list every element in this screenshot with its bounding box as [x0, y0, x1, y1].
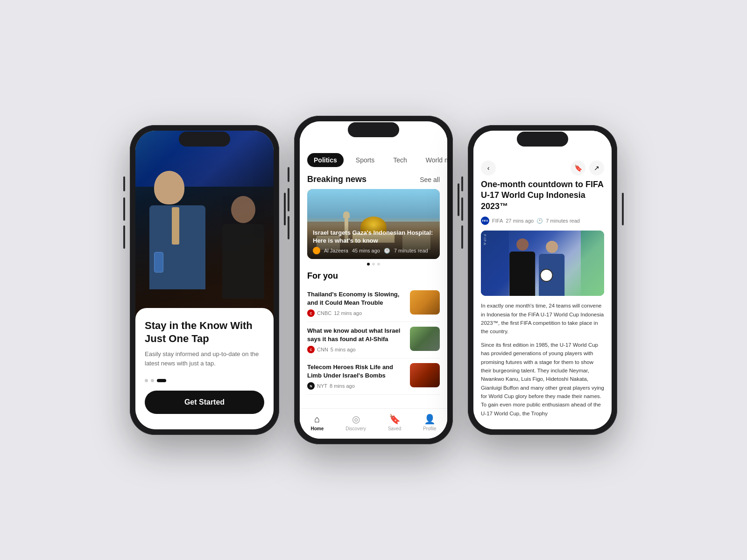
- news-item-israel-shifa[interactable]: What we know about what Israel says it h…: [307, 322, 440, 358]
- dot-2: [151, 379, 154, 382]
- tab-world-news[interactable]: World news: [419, 153, 447, 167]
- news-item-text-thailand: Thailand's Economy is Slowing, and it Co…: [307, 290, 405, 317]
- phone2-side-btn-vol-down: [288, 216, 289, 239]
- article-readtime: 7 minutes read: [546, 218, 580, 224]
- breaking-readtime: 🕐: [384, 248, 390, 254]
- nav-discovery-label: Discovery: [345, 426, 366, 431]
- topbar-icons: 🔖 ↗: [571, 161, 604, 175]
- phone3-side-btn-mute: [461, 176, 463, 191]
- nav-home-label: Home: [310, 426, 324, 431]
- phone-onboarding: Stay in the Know With Just One Tap Easil…: [130, 125, 279, 435]
- carousel-dot-1: [367, 263, 370, 266]
- article-image: FIFA: [481, 231, 604, 296]
- breaking-source: Al Jazeera: [324, 248, 348, 253]
- tab-sports[interactable]: Sports: [349, 153, 381, 167]
- article-source: FIFA: [492, 218, 503, 224]
- news-item-thailand[interactable]: Thailand's Economy is Slowing, and it Co…: [307, 286, 440, 322]
- breaking-news-title: Breaking news: [307, 175, 366, 184]
- phone-article: ‹ 🔖 ↗ One-month countdown to FIFA U-17 W…: [468, 125, 617, 435]
- onboarding-title: Stay in the Know With Just One Tap: [145, 319, 264, 345]
- discovery-icon: ◎: [352, 413, 360, 425]
- article-body-p2: Since its first edition in 1985, the U-1…: [481, 341, 604, 401]
- for-you-title: For you: [307, 271, 440, 281]
- news-item-text-telecom: Telecom Heroes Risk Life and Limb Under …: [307, 363, 405, 390]
- headline-thailand: Thailand's Economy is Slowing, and it Co…: [307, 290, 405, 307]
- nyt-logo: N: [307, 382, 315, 390]
- source-nyt: NYT: [317, 383, 327, 389]
- nav-profile[interactable]: 👤 Profile: [423, 413, 436, 431]
- cnn-logo: C: [307, 346, 315, 353]
- news-item-telecom[interactable]: Telecom Heroes Risk Life and Limb Under …: [307, 358, 440, 395]
- back-button[interactable]: ‹: [481, 161, 496, 175]
- nav-saved[interactable]: 🔖 Saved: [388, 413, 401, 431]
- breaking-meta: Al Jazeera 45 mins ago 🕐 7 minutes read: [313, 247, 434, 254]
- side-btn-mute: [123, 176, 125, 191]
- headline-telecom: Telecom Heroes Risk Life and Limb Under …: [307, 363, 405, 379]
- profile-icon: 👤: [424, 413, 436, 425]
- article-time: 27 mins ago: [506, 218, 534, 224]
- nav-saved-label: Saved: [388, 426, 401, 431]
- side-btn-vol-up: [123, 197, 125, 221]
- breaking-time: 45 mins ago: [352, 248, 380, 253]
- phone3-side-btn-power: [622, 193, 624, 225]
- carousel-dot-2: [372, 263, 375, 266]
- article-meta: FIFA FIFA 27 mins ago 🕐 7 minutes read: [481, 217, 604, 225]
- source-cnn: CNN: [317, 347, 328, 352]
- bottom-nav: ⌂ Home ◎ Discovery 🔖 Saved 👤 Profile: [300, 408, 447, 439]
- carousel-dots: [300, 259, 447, 267]
- see-all-button[interactable]: See all: [420, 176, 440, 183]
- bookmark-button[interactable]: 🔖: [571, 161, 585, 175]
- share-button[interactable]: ↗: [589, 161, 604, 175]
- notch-3: [517, 132, 568, 147]
- home-icon: ⌂: [314, 414, 320, 425]
- dot-1: [145, 379, 148, 382]
- onboarding-dots: [145, 379, 264, 382]
- phone2-side-btn-power: [458, 183, 459, 216]
- scene: Stay in the Know With Just One Tap Easil…: [111, 88, 636, 472]
- breaking-news-card[interactable]: Israel targets Gaza's Indonesian Hospita…: [307, 189, 440, 259]
- phone-newsfeed: Politics Sports Tech World news Eco: [294, 116, 453, 444]
- meta-thailand: C CNBC 12 mins ago: [307, 309, 405, 317]
- dot-3-active: [157, 379, 166, 382]
- carousel-dot-3: [377, 263, 380, 266]
- get-started-button[interactable]: Get Started: [145, 391, 264, 414]
- breaking-headline: Israel targets Gaza's Indonesian Hospita…: [313, 229, 434, 245]
- meta-shifa: C CNN 5 mins ago: [307, 346, 405, 353]
- news-item-text-shifa: What we know about what Israel says it h…: [307, 327, 405, 353]
- notch-1: [179, 132, 230, 147]
- onboarding-card: Stay in the Know With Just One Tap Easil…: [135, 308, 274, 429]
- nav-home[interactable]: ⌂ Home: [310, 414, 324, 431]
- thumb-thailand: [410, 290, 440, 315]
- saved-icon: 🔖: [389, 413, 401, 425]
- source-cnbc: CNBC: [317, 310, 331, 316]
- phone2-side-btn-vol-up: [288, 188, 289, 211]
- headline-shifa: What we know about what Israel says it h…: [307, 327, 405, 343]
- cnbc-logo: C: [307, 309, 315, 317]
- nav-profile-label: Profile: [423, 426, 436, 431]
- phone3-side-btn-vol-down: [461, 225, 463, 249]
- breaking-news-header: Breaking news See all: [300, 173, 447, 189]
- notch-2: [348, 122, 399, 137]
- onboarding-subtitle: Easily stay informed and up-to-date on t…: [145, 350, 264, 368]
- phone2-side-btn-mute: [288, 167, 289, 182]
- for-you-section: For you Thailand's Economy is Slowing, a…: [300, 267, 447, 395]
- time-telecom: 8 mins ago: [330, 383, 355, 389]
- article-body: One-month countdown to FIFA U-17 World C…: [473, 179, 612, 422]
- fifa-source-logo: FIFA: [481, 217, 489, 225]
- time-shifa: 5 mins ago: [331, 347, 356, 352]
- thumb-telecom: [410, 363, 440, 387]
- phone3-side-btn-vol-up: [461, 197, 463, 221]
- article-body-p3: To gain even more public enthusiasm ahea…: [481, 400, 604, 418]
- article-topbar: ‹ 🔖 ↗: [473, 157, 612, 179]
- meta-telecom: N NYT 8 mins ago: [307, 382, 405, 390]
- aljazeera-logo: [313, 247, 320, 254]
- nav-discovery[interactable]: ◎ Discovery: [345, 413, 366, 431]
- hero-image: [135, 131, 274, 327]
- article-content: ‹ 🔖 ↗ One-month countdown to FIFA U-17 W…: [473, 131, 612, 429]
- tab-tech[interactable]: Tech: [387, 153, 414, 167]
- tab-politics[interactable]: Politics: [307, 153, 344, 167]
- time-thailand: 12 mins ago: [334, 310, 362, 316]
- side-btn-vol-down: [123, 225, 125, 249]
- article-body-p1: In exactly one month's time, 24 teams wi…: [481, 301, 604, 336]
- category-tabs: Politics Sports Tech World news Eco: [300, 149, 447, 173]
